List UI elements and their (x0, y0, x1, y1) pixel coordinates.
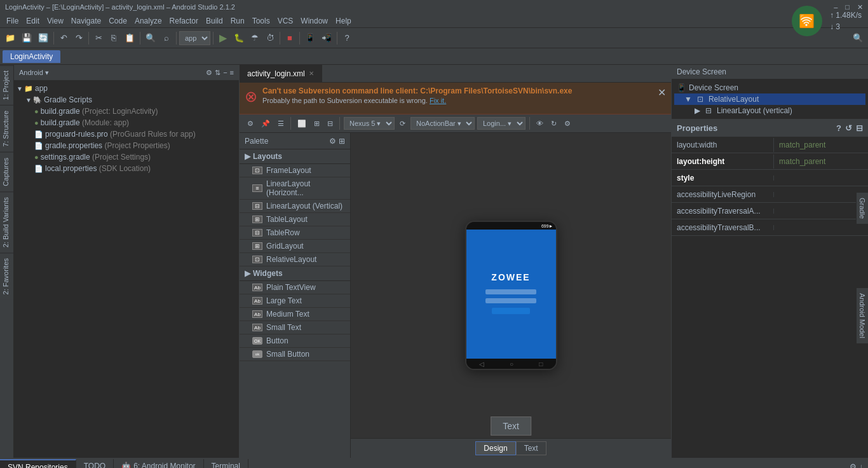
palette-item-framelayout[interactable]: ⊡ FrameLayout (240, 164, 350, 177)
profile-button[interactable]: ⏱ (263, 30, 277, 46)
sdk-manager-btn[interactable]: 📱 (302, 30, 318, 46)
app-selector[interactable]: app (179, 31, 210, 45)
error-close-button[interactable]: ✕ (658, 86, 666, 99)
phone-tb-zoom-out[interactable]: ⊟ (325, 118, 336, 129)
prop-value-layout-width[interactable]: match_parent (773, 138, 868, 152)
phone-tb-menu[interactable]: ☰ (275, 118, 287, 129)
phone-tb-settings[interactable]: ⚙ (245, 118, 256, 129)
palette-item-plain-textview[interactable]: Ab Plain TextView (240, 281, 350, 294)
bottom-tab-terminal[interactable]: Terminal (204, 459, 248, 469)
toolbar-search-icon[interactable]: 🔍 (850, 30, 865, 46)
menu-build[interactable]: Build (202, 15, 227, 27)
toolbar-search-btn[interactable]: 🔍 (143, 30, 158, 46)
bottom-tab-svn[interactable]: SVN Repositories (0, 459, 76, 469)
refresh-btn[interactable]: ↻ (548, 118, 559, 129)
menu-refactor[interactable]: Refactor (166, 15, 202, 27)
palette-item-relativelayout[interactable]: ⊡ RelativeLayout (240, 253, 350, 266)
prop-value-layout-height[interactable]: match_parent (773, 155, 868, 169)
tree-item-gradle-scripts[interactable]: ▼ 🐘 Gradle Scripts (14, 94, 239, 106)
tree-item-settings-gradle[interactable]: ● settings.gradle (Project Settings) (14, 151, 239, 163)
tree-item-build-gradle-project[interactable]: ● build.gradle (Project: LoginActivity) (14, 106, 239, 117)
palette-search-icon[interactable]: ⊞ (339, 137, 345, 146)
comp-relativelayout[interactable]: ▼ ⊡ RelativeLayout (674, 93, 865, 105)
orientation-btn[interactable]: ⟳ (397, 118, 408, 129)
nexus-selector[interactable]: Nexus 5 ▾ (344, 117, 395, 130)
bottom-tab-todo[interactable]: TODO (76, 459, 114, 469)
toolbar-open-btn[interactable]: 📁 (3, 30, 18, 46)
toolbar-redo-btn[interactable]: ↷ (72, 30, 86, 46)
palette-item-small-button[interactable]: ok Small Button (240, 348, 350, 361)
tree-item-app[interactable]: ▼ 📁 app (14, 83, 239, 94)
bottom-close-icon[interactable]: ↓ (859, 462, 863, 469)
gradle-side-tab[interactable]: Gradle (856, 192, 868, 224)
menu-analyze[interactable]: Analyze (131, 15, 166, 27)
palette-item-small-text[interactable]: Ab Small Text (240, 321, 350, 334)
coverage-button[interactable]: ☂ (248, 30, 262, 46)
phone-tb-pin[interactable]: 📌 (259, 118, 273, 129)
palette-item-medium-text[interactable]: Ab Medium Text (240, 308, 350, 321)
menu-vcs[interactable]: VCS (274, 15, 297, 27)
project-collapse-icon[interactable]: − (223, 69, 227, 77)
palette-item-linearlayout-v[interactable]: ⊟ LinearLayout (Vertical) (240, 200, 350, 213)
prop-value-access-traversal-b[interactable] (773, 225, 868, 230)
tree-item-proguard[interactable]: 📄 proguard-rules.pro (ProGuard Rules for… (14, 128, 239, 140)
menu-window[interactable]: Window (297, 15, 332, 27)
sidebar-tab-favorites[interactable]: 2: Favorites (0, 252, 13, 299)
palette-layouts-header[interactable]: ▶ Layouts (240, 149, 350, 164)
project-tab-login[interactable]: LoginActivity (3, 50, 60, 63)
toolbar-save-btn[interactable]: 💾 (19, 30, 34, 46)
avd-manager-btn[interactable]: 📲 (319, 30, 334, 46)
bottom-settings-icon[interactable]: ⚙ (850, 462, 857, 469)
menu-code[interactable]: Code (105, 15, 131, 27)
project-expand-icon[interactable]: ⇅ (215, 69, 220, 77)
comp-linearlayout[interactable]: ▶ ⊟ LinearLayout (vertical) (674, 105, 865, 116)
android-model-side-tab[interactable]: Android Model (856, 287, 868, 344)
prop-value-access-live[interactable] (773, 192, 868, 197)
editor-tab-close[interactable]: ✕ (309, 70, 314, 77)
palette-item-tablelayout[interactable]: ⊞ TableLayout (240, 213, 350, 226)
palette-settings-icon[interactable]: ⚙ (329, 137, 336, 146)
phone-tb-fit[interactable]: ⊞ (311, 118, 322, 129)
menu-edit[interactable]: Edit (22, 15, 43, 27)
run-button[interactable]: ▶ (216, 30, 230, 46)
prop-value-style[interactable] (773, 176, 868, 181)
bottom-tab-android-monitor[interactable]: 🤖 6: Android Monitor (114, 459, 203, 469)
no-action-bar-selector[interactable]: NoActionBar ▾ (410, 117, 475, 130)
editor-tab-activity-login[interactable]: activity_login.xml ✕ (240, 65, 322, 82)
palette-item-linearlayout-h[interactable]: ≡ LinearLayout (Horizont... (240, 177, 350, 200)
sidebar-tab-structure[interactable]: 7: Structure (0, 105, 13, 152)
palette-widgets-header[interactable]: ▶ Widgets (240, 266, 350, 281)
sidebar-tab-project[interactable]: 1: Project (0, 65, 13, 105)
props-help-icon[interactable]: ? (836, 123, 841, 133)
stop-button[interactable]: ■ (283, 30, 297, 46)
palette-item-large-text[interactable]: Ab Large Text (240, 294, 350, 308)
toolbar-undo-btn[interactable]: ↶ (57, 30, 71, 46)
toolbar-replace-btn[interactable]: ⌕ (159, 30, 173, 46)
props-reset-icon[interactable]: ↺ (845, 123, 852, 133)
palette-item-button[interactable]: OK Button (240, 334, 350, 348)
tree-item-gradle-properties[interactable]: 📄 gradle.properties (Project Properties) (14, 140, 239, 151)
text-tab[interactable]: Text (516, 441, 546, 455)
palette-item-tablerow[interactable]: ⊟ TableRow (240, 226, 350, 240)
project-settings-icon[interactable]: ⚙ (206, 69, 212, 77)
preview-btn[interactable]: 👁 (534, 118, 546, 128)
toolbar-copy-btn[interactable]: ⎘ (107, 30, 121, 46)
error-fix-link[interactable]: Fix it. (430, 97, 446, 104)
sidebar-tab-captures[interactable]: Captures (0, 152, 13, 191)
tree-item-build-gradle-app[interactable]: ● build.gradle (Module: app) (14, 117, 239, 128)
settings-btn2[interactable]: ⚙ (562, 118, 573, 129)
props-filter-icon[interactable]: ⊟ (856, 123, 863, 133)
menu-file[interactable]: File (3, 15, 22, 27)
toolbar-cut-btn[interactable]: ✂ (92, 30, 105, 46)
menu-help[interactable]: Help (332, 15, 355, 27)
menu-view[interactable]: View (43, 15, 67, 27)
menu-navigate[interactable]: Navigate (67, 15, 105, 27)
debug-button[interactable]: 🐛 (231, 30, 247, 46)
comp-device-screen[interactable]: 📱 Device Screen (674, 82, 865, 93)
prop-value-access-traversal-a[interactable] (773, 209, 868, 214)
toolbar-paste-btn[interactable]: 📋 (122, 30, 137, 46)
phone-tb-zoom-in[interactable]: ⬜ (295, 118, 309, 129)
menu-tools[interactable]: Tools (248, 15, 274, 27)
sidebar-tab-build-variants[interactable]: 2: Build Variants (0, 191, 13, 252)
tree-item-local-properties[interactable]: 📄 local.properties (SDK Location) (14, 163, 239, 174)
